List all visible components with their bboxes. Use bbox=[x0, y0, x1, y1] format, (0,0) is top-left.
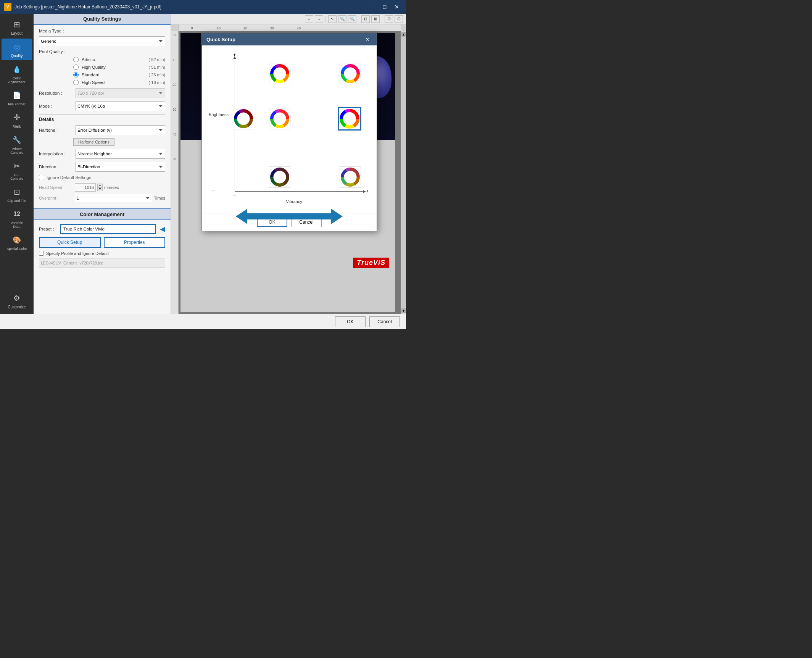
toolbar-fit-button[interactable]: ⊡ bbox=[361, 15, 370, 23]
radio-standard: Standard ( 26 min) bbox=[73, 72, 165, 77]
sidebar-label-variable: VariableData bbox=[11, 221, 23, 229]
wheel-mid-right[interactable] bbox=[338, 107, 361, 130]
toolbar-divider-1 bbox=[325, 16, 326, 22]
sidebar-item-color-adjustment[interactable]: ColorAdjustment bbox=[2, 61, 32, 86]
x-axis-arrow bbox=[363, 190, 366, 193]
resolution-row: Resolution : 720 x 720 dpi bbox=[39, 88, 165, 98]
radio-high-speed-input[interactable] bbox=[73, 80, 79, 85]
radio-artistic-label: Artistic bbox=[82, 57, 146, 62]
properties-button[interactable]: Properties bbox=[104, 237, 166, 248]
wheel-mid-left[interactable] bbox=[233, 108, 254, 129]
wheel-top-right[interactable] bbox=[340, 63, 361, 84]
sidebar-item-special-color[interactable]: Special Color bbox=[2, 232, 32, 253]
toolbar-minus-button[interactable]: ⊖ bbox=[395, 15, 403, 23]
scroll-down-button[interactable]: ▼ bbox=[401, 308, 406, 313]
wheel-bot-right[interactable] bbox=[340, 166, 361, 188]
ruler-row: 0 10 20 30 40 bbox=[171, 24, 406, 31]
preset-input[interactable] bbox=[60, 224, 156, 234]
minimize-button[interactable]: − bbox=[367, 2, 378, 11]
layout-icon bbox=[11, 19, 22, 30]
halftone-options-button[interactable]: Halftone Options bbox=[73, 138, 114, 146]
wheel-bot-left[interactable] bbox=[269, 166, 290, 188]
ruler-end bbox=[401, 24, 406, 31]
radio-high-quality: High Quality ( 51 min) bbox=[73, 65, 165, 70]
preset-row: Preset : ◀ bbox=[39, 224, 165, 234]
ignore-default-checkbox[interactable] bbox=[39, 175, 44, 180]
print-quality-row: Print Quality : bbox=[39, 49, 165, 54]
quick-setup-button[interactable]: Quick Setup bbox=[39, 237, 101, 248]
dialog-close-button[interactable]: ✕ bbox=[363, 35, 372, 44]
toolbar-divider-2 bbox=[359, 16, 359, 22]
media-type-row: Media Type : bbox=[39, 29, 165, 33]
wheel-top-left[interactable] bbox=[269, 63, 290, 84]
toolbar-pointer-button[interactable]: ↖ bbox=[328, 15, 337, 23]
main-ok-button[interactable]: OK bbox=[335, 316, 366, 327]
sidebar-item-customize[interactable]: Customize bbox=[2, 290, 32, 311]
specify-profile-checkbox[interactable] bbox=[39, 251, 44, 256]
interpolation-row: Interpolation : Nearest Neighbor bbox=[39, 149, 165, 159]
mode-select[interactable]: CMYK (v) 16p bbox=[76, 101, 165, 111]
media-type-select-row: Generic bbox=[39, 36, 165, 46]
speed-down-button[interactable]: ▼ bbox=[97, 187, 103, 191]
resolution-select: 720 x 720 dpi bbox=[76, 88, 165, 98]
quick-setup-dialog: Quick Setup ✕ + + bbox=[201, 33, 377, 231]
radio-artistic-time: ( 92 min) bbox=[149, 57, 165, 62]
radio-standard-input[interactable] bbox=[73, 72, 79, 77]
sidebar-item-cut-controls[interactable]: CutControls bbox=[2, 158, 32, 183]
dialog-cancel-button[interactable]: Cancel bbox=[291, 217, 322, 227]
sidebar-item-mark[interactable]: Mark bbox=[2, 109, 32, 131]
resolution-label: Resolution : bbox=[39, 91, 73, 95]
dialog-ok-button[interactable]: OK bbox=[257, 217, 287, 227]
head-speed-label: Head Speed : bbox=[39, 185, 73, 190]
toolbar-page-button[interactable]: ⊞ bbox=[371, 15, 380, 23]
wheel-mid-center[interactable] bbox=[269, 108, 290, 129]
halftone-row: Halftone : Error Diffusion (v) bbox=[39, 125, 165, 135]
halftone-select[interactable]: Error Diffusion (v) bbox=[76, 125, 165, 135]
radio-artistic-input[interactable] bbox=[73, 57, 79, 62]
specify-profile-row: Specify Profile and Ignore Default bbox=[39, 251, 165, 256]
quality-icon bbox=[11, 42, 22, 52]
radio-high-speed-time: ( 16 min) bbox=[149, 80, 165, 85]
sidebar-item-printer-controls[interactable]: PrinterControls bbox=[2, 132, 32, 157]
sidebar-item-quality[interactable]: Quality bbox=[2, 39, 32, 60]
interpolation-select[interactable]: Nearest Neighbor bbox=[76, 149, 165, 159]
svg-point-9 bbox=[345, 114, 354, 124]
media-type-select[interactable]: Generic bbox=[39, 36, 165, 46]
ignore-default-label: Ignore Default Settings bbox=[47, 175, 91, 180]
head-speed-input[interactable] bbox=[75, 183, 96, 192]
brightness-label: Brightness bbox=[209, 112, 229, 117]
sidebar-item-file-format[interactable]: File Format bbox=[2, 87, 32, 108]
print-quality-options: Artistic ( 92 min) High Quality ( 51 min… bbox=[73, 57, 165, 85]
radio-high-quality-label: High Quality bbox=[82, 65, 146, 69]
bottom-bar: OK Cancel bbox=[0, 314, 406, 329]
plus-right-label: + bbox=[366, 189, 369, 194]
close-button[interactable]: ✕ bbox=[392, 2, 402, 11]
radio-high-speed-label: High Speed bbox=[82, 80, 146, 85]
scroll-up-button[interactable]: ▲ bbox=[401, 32, 406, 37]
sidebar-item-variable-data[interactable]: VariableData bbox=[2, 206, 32, 231]
overprint-select[interactable]: 1 bbox=[75, 194, 152, 202]
toolbar-zoom-out-button[interactable]: 🔍 bbox=[348, 15, 356, 23]
toolbar-zoom-in-button[interactable]: 🔍 bbox=[338, 15, 346, 23]
sidebar-label-format: File Format bbox=[8, 102, 26, 106]
toolbar-back-button[interactable]: ← bbox=[305, 15, 313, 23]
speed-up-button[interactable]: ▲ bbox=[97, 184, 103, 187]
head-speed-unit: mm/sec bbox=[104, 185, 119, 190]
maximize-button[interactable]: □ bbox=[379, 2, 390, 11]
scrollbar-vertical[interactable]: ▲ ▼ bbox=[401, 31, 406, 314]
direction-select[interactable]: Bi-Direction bbox=[76, 162, 165, 172]
interpolation-label: Interpolation : bbox=[39, 152, 73, 156]
toolbar-forward-button[interactable]: → bbox=[315, 15, 323, 23]
sidebar-item-layout[interactable]: Layout bbox=[2, 16, 32, 38]
dialog-content: + + − − Brightness Vibrancy bbox=[202, 45, 377, 213]
overprint-unit: Times bbox=[154, 196, 165, 200]
sidebar-label-printer: PrinterControls bbox=[10, 147, 23, 155]
sidebar-item-clip-and-tile[interactable]: Clip and Tile bbox=[2, 184, 32, 205]
dialog-title: Quick Setup bbox=[206, 37, 235, 42]
toolbar-plus-button[interactable]: ⊕ bbox=[385, 15, 393, 23]
main-cancel-button[interactable]: Cancel bbox=[369, 316, 400, 327]
ruler-ticks: 0 10 20 30 40 bbox=[179, 24, 401, 31]
file-format-icon bbox=[11, 90, 22, 101]
plus-top-label: + bbox=[233, 52, 236, 58]
radio-high-quality-input[interactable] bbox=[73, 65, 79, 70]
